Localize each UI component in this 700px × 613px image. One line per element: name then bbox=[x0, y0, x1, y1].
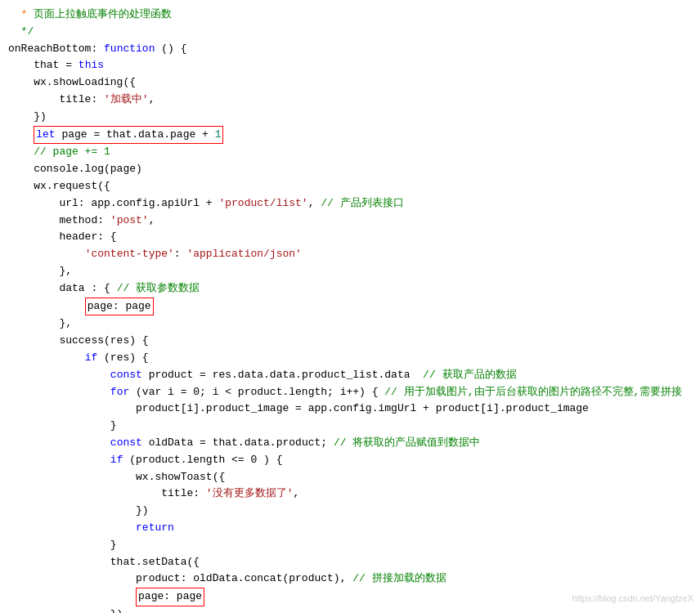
code-line-34: product: oldData.concat(product), // 拼接加… bbox=[0, 570, 700, 588]
code-line-33: that.setData({ bbox=[0, 554, 700, 571]
code-line-11: wx.request({ bbox=[0, 178, 700, 195]
code-line-7: }) bbox=[0, 109, 700, 126]
code-line-14: header: { bbox=[0, 229, 700, 246]
code-line-5: wx.showLoading({ bbox=[0, 74, 700, 92]
code-editor: * 页面上拉触底事件的处理函数 */ onReachBottom: functi… bbox=[0, 0, 700, 613]
code-line-9: // page += 1 bbox=[0, 144, 700, 161]
code-line-18: page: page bbox=[0, 298, 700, 316]
code-line-1: * 页面上拉触底事件的处理函数 bbox=[0, 7, 700, 24]
code-line-20: success(res) { bbox=[0, 333, 700, 350]
code-line-27: if (product.length <= 0 ) { bbox=[0, 452, 700, 469]
code-line-15: 'content-type': 'application/json' bbox=[0, 246, 700, 263]
code-line-8: let page = that.data.page + 1 bbox=[0, 126, 700, 145]
code-line-12: url: app.config.apiUrl + 'product/list',… bbox=[0, 195, 700, 213]
code-line-28: wx.showToast({ bbox=[0, 469, 700, 486]
code-line-30: }) bbox=[0, 503, 700, 520]
code-line-23: for (var i = 0; i < product.length; i++)… bbox=[0, 384, 700, 401]
code-line-32: } bbox=[0, 537, 700, 554]
code-line-6: title: '加载中', bbox=[0, 92, 700, 109]
code-line-4: that = this bbox=[0, 57, 700, 74]
highlight-3: page: page bbox=[136, 588, 204, 606]
code-line-13: method: 'post', bbox=[0, 213, 700, 230]
code-line-17: data : { // 获取参数数据 bbox=[0, 280, 700, 298]
code-line-10: console.log(page) bbox=[0, 161, 700, 178]
code-line-16: }, bbox=[0, 263, 700, 280]
code-line-19: }, bbox=[0, 315, 700, 333]
code-line-26: const oldData = that.data.product; // 将获… bbox=[0, 435, 700, 452]
code-line-29: title: '没有更多数据了', bbox=[0, 485, 700, 503]
code-line-36: }) bbox=[0, 606, 700, 613]
code-line-24: product[i].product_image = app.config.im… bbox=[0, 400, 700, 418]
code-line-25: } bbox=[0, 418, 700, 435]
highlight-1: let page = that.data.page + 1 bbox=[34, 126, 223, 145]
code-line-22: const product = res.data.data.product_li… bbox=[0, 367, 700, 384]
code-line-3: onReachBottom: function () { bbox=[0, 41, 700, 58]
code-line-21: if (res) { bbox=[0, 350, 700, 367]
code-line-2: */ bbox=[0, 24, 700, 41]
highlight-2: page: page bbox=[85, 298, 154, 316]
watermark: https://blog.csdn.net/YangtzeX bbox=[572, 592, 693, 606]
code-line-31: return bbox=[0, 520, 700, 537]
